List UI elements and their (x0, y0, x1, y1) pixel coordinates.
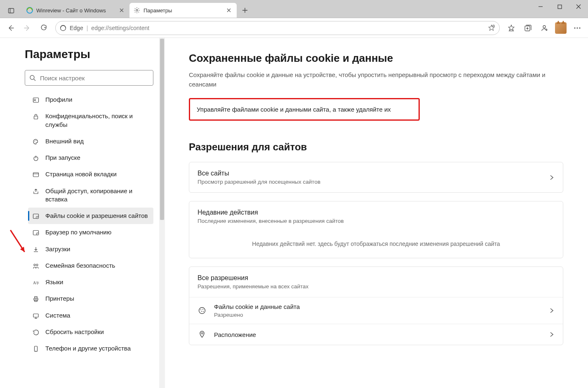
toolbar: Edge | edge://settings/content (0, 18, 588, 38)
svg-point-12 (574, 27, 575, 28)
svg-rect-5 (558, 5, 562, 9)
close-icon (120, 8, 124, 12)
family-icon (32, 262, 40, 270)
collections-button[interactable] (520, 21, 535, 35)
sidebar-item-profiles[interactable]: Профили (28, 91, 153, 108)
svg-point-47 (201, 311, 202, 312)
all-sites-desc: Просмотр разрешений для посещенных сайто… (198, 179, 320, 185)
address-url: edge://settings/content (91, 25, 485, 31)
address-separator: | (87, 25, 88, 31)
back-button[interactable] (3, 21, 18, 35)
maximize-icon (557, 5, 562, 9)
maximize-button[interactable] (550, 0, 569, 13)
svg-rect-39 (33, 314, 38, 317)
svg-point-18 (34, 99, 36, 101)
recent-activity-card: Недавние действия Последние изменения, в… (189, 201, 563, 258)
permission-row-cookies[interactable]: Файлы cookie и данные сайта Разрешено (189, 297, 563, 324)
tab-title: Параметры (143, 7, 222, 14)
tab-close-button[interactable] (118, 7, 125, 14)
svg-rect-37 (35, 297, 37, 298)
sidebar-item-label: Страница новой вкладки (45, 170, 117, 178)
sidebar-item-reset[interactable]: Сбросить настройки (28, 324, 153, 340)
svg-rect-0 (9, 9, 14, 13)
manage-cookies-row[interactable]: Управляйте файлами cookie и данными сайт… (189, 98, 420, 121)
address-bar[interactable]: Edge | edge://settings/content (55, 21, 500, 35)
settings-search[interactable] (25, 70, 153, 86)
all-sites-row[interactable]: Все сайты Просмотр разрешений для посеще… (189, 162, 563, 193)
tab-close-button[interactable] (225, 7, 233, 14)
forward-button[interactable] (20, 21, 35, 35)
cookie-icon (198, 306, 207, 315)
palette-icon (32, 138, 40, 145)
sidebar-item-system[interactable]: Система (28, 307, 153, 324)
profile-menu-button[interactable] (537, 21, 552, 35)
refresh-button[interactable] (36, 21, 51, 35)
sidebar-item-newtab[interactable]: Страница новой вкладки (28, 166, 153, 182)
settings-sidebar: Параметры Профили Конфиденциальность, по… (0, 38, 165, 388)
phone-icon (32, 345, 40, 353)
svg-rect-25 (33, 173, 39, 177)
sidebar-item-label: Браузер по умолчанию (45, 228, 111, 236)
more-menu-button[interactable] (570, 21, 585, 35)
monitor-icon (32, 312, 40, 320)
sidebar-item-share[interactable]: Общий доступ, копирование и вставка (28, 183, 153, 208)
recent-activity-title: Недавние действия (198, 209, 344, 216)
avatar[interactable] (555, 22, 567, 34)
sidebar-item-privacy[interactable]: Конфиденциальность, поиск и службы (28, 108, 153, 133)
close-icon (227, 8, 231, 12)
location-icon (198, 330, 207, 339)
new-tab-button[interactable] (238, 4, 252, 17)
ellipsis-icon (574, 27, 581, 29)
languages-icon: A字 (32, 279, 40, 286)
favorites-button[interactable] (504, 21, 519, 35)
tab-settings[interactable]: Параметры (129, 3, 237, 18)
sidebar-item-languages[interactable]: A字 Языки (28, 274, 153, 290)
address-protocol-label: Edge (70, 25, 83, 31)
collections-icon (524, 24, 532, 32)
download-icon (32, 246, 40, 253)
arrow-right-icon (24, 24, 31, 32)
sidebar-item-label: Сбросить настройки (45, 328, 104, 336)
svg-point-46 (202, 309, 203, 310)
tab-actions-button[interactable] (3, 4, 19, 18)
edge-protocol-icon (60, 25, 66, 31)
star-plus-icon (488, 24, 495, 32)
sidebar-scrollbar[interactable] (159, 38, 165, 388)
sidebar-item-label: Профили (45, 96, 72, 104)
sidebar-item-family[interactable]: Семейная безопасность (28, 257, 153, 274)
sidebar-item-cookies[interactable]: Файлы cookie и разрешения сайтов (28, 208, 153, 224)
chevron-right-icon (549, 308, 555, 313)
permission-row-title: Расположение (214, 331, 541, 338)
refresh-icon (40, 24, 47, 32)
permissions-section-title: Разрешения для сайтов (189, 141, 563, 153)
all-permissions-card: Все разрешения Разрешения, применяемые н… (189, 266, 563, 345)
window-controls (531, 0, 588, 18)
sidebar-item-label: Конфиденциальность, поиск и службы (45, 112, 148, 129)
svg-line-16 (34, 79, 35, 81)
sidebar-item-startup[interactable]: При запуске (28, 150, 153, 166)
minimize-button[interactable] (531, 0, 550, 13)
sidebar-scrollbar-thumb[interactable] (160, 39, 164, 220)
sidebar-item-printers[interactable]: Принтеры (28, 290, 153, 307)
sidebar-item-phone[interactable]: Телефон и другие устройства (28, 340, 153, 357)
sidebar-item-appearance[interactable]: Внешний вид (28, 133, 153, 150)
sidebar-item-downloads[interactable]: Загрузки (28, 241, 153, 257)
search-input[interactable] (40, 75, 149, 82)
share-icon (32, 188, 40, 195)
permission-row-location[interactable]: Расположение (189, 324, 563, 345)
svg-point-14 (579, 27, 580, 28)
svg-text:字: 字 (36, 281, 39, 285)
sidebar-item-label: Телефон и другие устройства (45, 344, 131, 353)
close-window-button[interactable] (569, 0, 588, 13)
svg-point-45 (200, 309, 201, 310)
sidebar-item-default-browser[interactable]: Браузер по умолчанию (28, 224, 153, 241)
browser-check-icon (32, 229, 40, 236)
svg-point-44 (199, 308, 205, 314)
tab-winreview[interactable]: Winreview - Сайт о Windows (22, 3, 129, 18)
svg-point-49 (201, 332, 203, 334)
add-favorite-button[interactable] (488, 24, 495, 32)
sidebar-item-label: Загрузки (45, 245, 70, 253)
svg-point-3 (136, 9, 138, 11)
sidebar-item-label: Система (45, 311, 70, 320)
window-plus-icon (32, 171, 40, 178)
